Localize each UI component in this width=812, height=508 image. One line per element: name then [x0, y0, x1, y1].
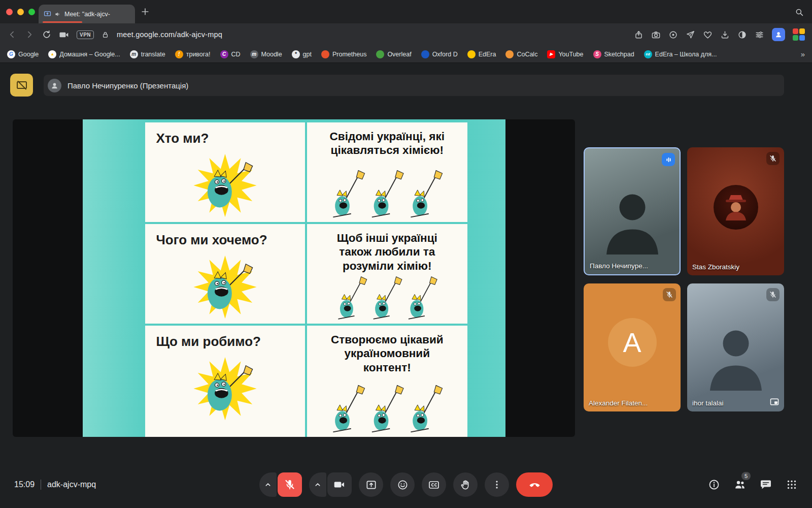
reader-mode-icon[interactable] [737, 30, 747, 40]
favicon: ! [175, 50, 183, 58]
favicon: G [7, 50, 15, 58]
bookmark-cd[interactable]: CCD [220, 50, 241, 58]
captions-button[interactable] [422, 472, 446, 497]
mic-off-icon [769, 291, 777, 299]
presenter-name: Павло Нечипуренко (Презентація) [67, 81, 188, 90]
new-tab-button[interactable] [140, 7, 150, 17]
people-icon [734, 479, 746, 491]
favorites-heart-icon[interactable] [703, 30, 713, 40]
mic-off-icon [769, 154, 777, 163]
lock-icon[interactable] [101, 30, 110, 39]
cheering-characters-illustration [315, 273, 459, 324]
favicon: S [593, 50, 601, 58]
participant-name: Павло Нечипуре... [590, 262, 648, 270]
tab-capture-icon[interactable] [59, 29, 70, 40]
bookmark-translate[interactable]: тtranslate [130, 50, 165, 58]
mic-muted-icon [766, 152, 780, 165]
vpn-badge[interactable]: VPN [77, 30, 94, 39]
shared-slide: Хто ми? Свідомі українці, які цікавлятьс… [83, 119, 505, 437]
bookmark-google[interactable]: GGoogle [7, 50, 39, 58]
forward-button[interactable] [24, 29, 35, 40]
bookmark-oxford[interactable]: Oxford D [421, 50, 458, 58]
chat-panel-icon[interactable] [760, 479, 772, 491]
share-page-icon[interactable] [634, 30, 644, 40]
record-icon[interactable] [668, 30, 678, 40]
activities-apps-icon[interactable] [786, 479, 798, 491]
participant-tile-alexander[interactable]: A Alexander Filaten... [584, 283, 681, 411]
mic-muted-icon [766, 288, 780, 301]
slide-answer: Створюємо цікавий україномовний контент! [307, 326, 467, 374]
participant-tile-pavlo[interactable]: Павло Нечипуре... [584, 147, 681, 275]
bookmark-tryvoha[interactable]: !тривога! [175, 50, 211, 58]
downloads-icon[interactable] [720, 30, 730, 40]
divider [41, 480, 41, 490]
profile-avatar[interactable] [772, 28, 785, 41]
favicon [505, 50, 514, 58]
bookmark-overleaf[interactable]: Overleaf [376, 50, 411, 58]
favicon [321, 50, 329, 58]
participant-count-badge: 5 [741, 472, 751, 480]
meet-page: Павло Нечипуренко (Презентація) Хто ми? … [0, 63, 812, 508]
camera-control-group [309, 472, 352, 497]
extensions-icon[interactable] [793, 28, 805, 41]
participant-name: Alexander Filaten... [589, 399, 648, 407]
slide-answer-cell: Свідомі українці, які цікавляться хімією… [307, 122, 467, 222]
bookmark-moodle[interactable]: mMoodle [250, 50, 282, 58]
titlebar-search-icon[interactable] [795, 8, 804, 17]
mic-toggle-button[interactable] [278, 472, 302, 497]
camera-icon[interactable] [651, 30, 661, 40]
raise-hand-button[interactable] [453, 472, 478, 497]
url-text[interactable]: meet.google.com/adk-ajcv-mpq [117, 30, 222, 39]
tab-media-indicator [43, 21, 82, 23]
camera-options-chevron[interactable] [309, 472, 326, 497]
bookmark-edera[interactable]: EdEra [467, 50, 496, 58]
presentation-paused-button[interactable] [10, 74, 33, 97]
favicon [467, 50, 476, 58]
bookmark-youtube[interactable]: ▶YouTube [547, 50, 583, 58]
camera-toggle-button[interactable] [327, 472, 352, 497]
end-call-button[interactable] [516, 472, 553, 497]
participant-tile-ihor[interactable]: ihor talalai [687, 283, 784, 411]
bookmark-prometheus[interactable]: Prometheus [321, 50, 366, 58]
avatar-figure [714, 185, 758, 230]
person-icon [50, 81, 59, 90]
meeting-details-icon[interactable] [708, 479, 720, 491]
mic-control-group [259, 472, 302, 497]
reactions-button[interactable] [390, 472, 415, 497]
bookmarks-overflow-chevron[interactable]: » [801, 50, 805, 58]
person-icon [774, 30, 783, 39]
back-button[interactable] [7, 29, 17, 40]
present-screen-button[interactable] [359, 472, 383, 497]
pip-icon[interactable] [769, 397, 780, 407]
tab-sharing-icon [44, 10, 51, 18]
reload-button[interactable] [42, 29, 52, 40]
excited-character-illustration [176, 149, 275, 221]
send-icon[interactable] [686, 30, 695, 40]
more-options-button[interactable] [485, 472, 509, 497]
people-panel-button[interactable]: 5 [734, 479, 746, 491]
bookmark-home[interactable]: ▲Домашня – Google... [48, 50, 120, 58]
slide-question: Хто ми? [145, 122, 209, 146]
bookmark-gpt[interactable]: *gpt [292, 50, 312, 58]
minimize-window-button[interactable] [17, 9, 24, 15]
maximize-window-button[interactable] [28, 9, 35, 15]
mic-options-chevron[interactable] [259, 472, 277, 497]
slide-question-cell: Чого ми хочемо? [145, 224, 306, 324]
presentation-stage[interactable]: Хто ми? Свідомі українці, які цікавлятьс… [13, 119, 575, 437]
bookmark-edera-school[interactable]: edEdEra – Школа для... [644, 50, 717, 58]
participant-name: Stas Zboratskiy [692, 263, 739, 271]
participant-grid: Павло Нечипуре... Stas Zboratskiy [584, 147, 784, 411]
participant-tile-stas[interactable]: Stas Zboratskiy [687, 147, 784, 275]
browser-window: Meet: "adk-ajcv- VPN meet.google.com/adk… [0, 0, 812, 508]
close-window-button[interactable] [6, 9, 13, 15]
bookmark-cocalc[interactable]: CoCalc [505, 50, 537, 58]
favicon: ▲ [48, 50, 56, 58]
tune-icon[interactable] [755, 30, 764, 40]
favicon [421, 50, 429, 58]
browser-tab-meet[interactable]: Meet: "adk-ajcv- [39, 5, 135, 23]
favicon [376, 50, 384, 58]
window-controls [6, 9, 35, 15]
bookmark-sketchpad[interactable]: SSketchpad [593, 50, 634, 58]
favicon: * [292, 50, 300, 58]
presenter-banner[interactable]: Павло Нечипуренко (Презентація) [44, 75, 784, 96]
